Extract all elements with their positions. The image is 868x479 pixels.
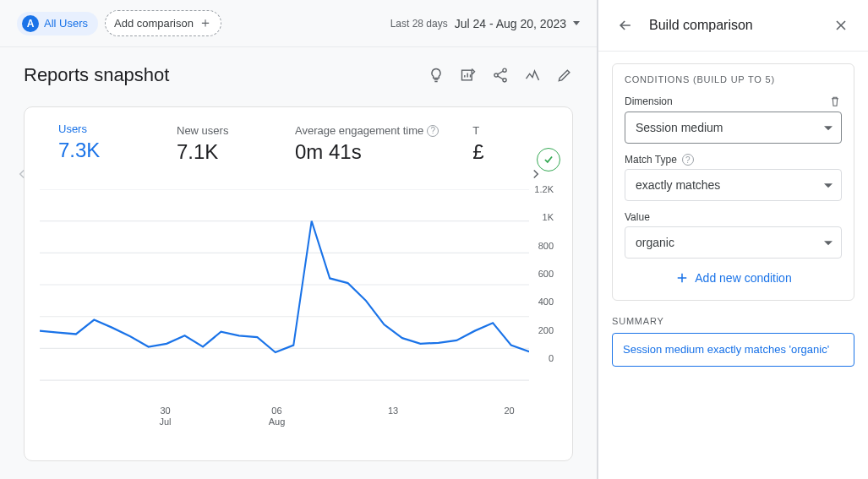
line-chart <box>40 189 529 409</box>
help-icon[interactable]: ? <box>682 154 694 166</box>
date-range-picker[interactable]: Last 28 days Jul 24 - Aug 20, 2023 <box>390 17 580 30</box>
panel-header: Build comparison <box>598 0 868 52</box>
all-users-label: All Users <box>44 17 88 30</box>
y-tick: 200 <box>538 325 554 335</box>
page-title: Reports snapshot <box>24 64 169 86</box>
delete-condition-icon[interactable] <box>828 95 842 108</box>
add-condition-label: Add new condition <box>695 271 791 285</box>
share-icon[interactable] <box>492 67 509 84</box>
page-header: Reports snapshot <box>0 47 597 96</box>
metric-truncated[interactable]: T £ <box>472 124 506 164</box>
y-tick: 400 <box>538 297 554 307</box>
value-value: organic <box>636 236 674 249</box>
metric-users[interactable]: Users 7.3K <box>58 124 143 164</box>
chevron-down-icon <box>573 21 580 25</box>
chevron-down-icon <box>824 183 833 188</box>
insights-icon[interactable] <box>428 67 445 84</box>
dimension-label: Dimension <box>625 95 673 107</box>
match-type-label: Match Type <box>625 154 677 166</box>
y-axis: 1.2K1K8006004002000 <box>529 189 557 409</box>
back-button[interactable] <box>614 14 637 37</box>
metric-value: 7.3K <box>58 139 143 162</box>
explore-icon[interactable] <box>524 67 541 84</box>
close-button[interactable] <box>829 14 853 37</box>
summary-chip[interactable]: Session medium exactly matches 'organic' <box>612 333 854 367</box>
all-users-chip[interactable]: A All Users <box>17 12 98 35</box>
metrics-prev-button[interactable] <box>9 161 35 187</box>
y-tick: 1.2K <box>534 184 554 194</box>
metric-avg-engagement[interactable]: Average engagement time ? 0m 41s <box>295 124 439 164</box>
date-range-value: Jul 24 - Aug 20, 2023 <box>455 17 566 30</box>
x-tick: 20 <box>504 406 514 416</box>
chevron-down-icon <box>824 241 833 245</box>
metric-value: 7.1K <box>177 140 261 164</box>
match-type-select[interactable]: exactly matches <box>625 169 842 201</box>
chevron-down-icon <box>824 126 833 130</box>
metric-label: Average engagement time ? <box>295 124 439 137</box>
add-condition-button[interactable]: Add new condition <box>674 270 791 286</box>
svg-point-2 <box>494 73 498 77</box>
y-tick: 800 <box>538 241 554 251</box>
summary-block: Summary Session medium exactly matches '… <box>612 316 854 367</box>
metric-label: Users <box>58 124 143 135</box>
metric-label: T <box>472 124 506 137</box>
date-range-hint: Last 28 days <box>390 18 448 30</box>
comparison-panel: Build comparison Conditions (build up to… <box>598 0 868 479</box>
edit-icon[interactable] <box>556 67 573 84</box>
dimension-value: Session medium <box>636 121 723 134</box>
value-select[interactable]: organic <box>625 226 842 259</box>
x-tick: 13 <box>388 406 398 416</box>
x-tick: 06Aug <box>269 406 286 427</box>
metric-label: New users <box>177 124 261 137</box>
overview-card: Users 7.3K New users 7.1K Average engage… <box>24 106 573 461</box>
svg-point-1 <box>503 68 506 72</box>
metric-row: Users 7.3K New users 7.1K Average engage… <box>40 124 557 164</box>
dimension-label-row: Dimension <box>625 95 842 108</box>
customize-report-icon[interactable] <box>460 67 477 84</box>
plus-icon: ＋ <box>199 14 212 32</box>
summary-title: Summary <box>612 316 854 326</box>
metric-value: £ <box>472 140 506 164</box>
realtime-check-icon[interactable] <box>537 148 560 171</box>
all-users-badge: A <box>22 15 39 32</box>
conditions-card: Conditions (build up to 5) Dimension Ses… <box>612 63 854 301</box>
svg-point-3 <box>503 79 506 82</box>
y-tick: 600 <box>538 269 554 279</box>
add-comparison-label: Add comparison <box>114 17 194 30</box>
y-tick: 0 <box>549 353 554 363</box>
y-tick: 1K <box>543 212 554 222</box>
match-type-value: exactly matches <box>636 178 720 192</box>
metric-new-users[interactable]: New users 7.1K <box>177 124 261 164</box>
value-label: Value <box>625 211 650 223</box>
panel-title: Build comparison <box>649 18 817 33</box>
conditions-caption: Conditions (build up to 5) <box>625 74 842 84</box>
help-icon[interactable]: ? <box>427 125 439 137</box>
chart-area: 1.2K1K8006004002000 30Jul06Aug1320 <box>40 189 557 409</box>
metric-value: 0m 41s <box>295 140 439 164</box>
add-comparison-chip[interactable]: Add comparison ＋ <box>105 10 221 36</box>
dimension-select[interactable]: Session medium <box>625 112 842 144</box>
match-type-label-row: Match Type ? <box>625 154 842 166</box>
topbar: A All Users Add comparison ＋ Last 28 day… <box>0 0 597 47</box>
x-tick: 30Jul <box>159 406 171 427</box>
value-label-row: Value <box>625 211 842 223</box>
